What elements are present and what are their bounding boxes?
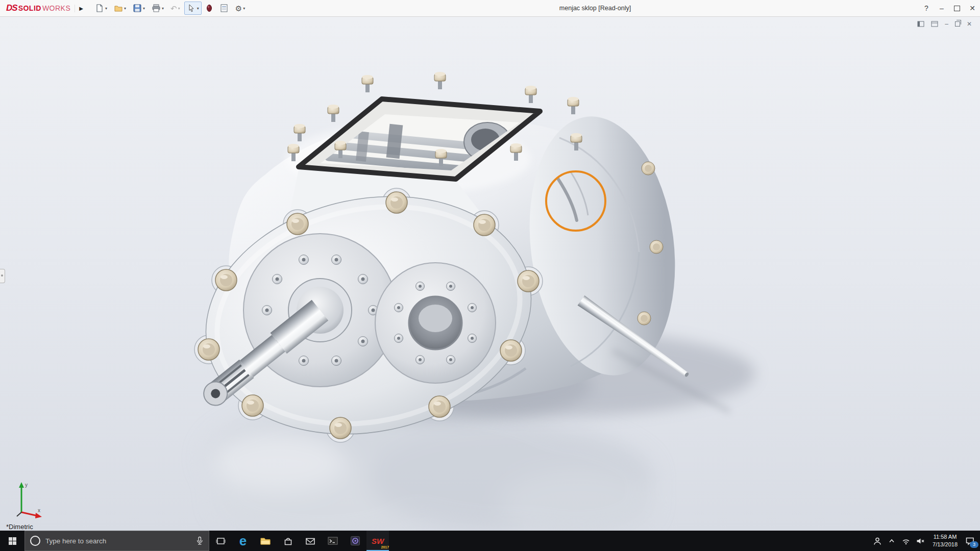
doc-restore-button[interactable] — [955, 21, 960, 27]
windows-logo-icon — [8, 537, 17, 545]
solidworks-taskbar-button[interactable]: SW2017 — [366, 531, 389, 551]
orientation-triad: y x — [8, 475, 45, 519]
doc-minimize-button[interactable]: – — [945, 20, 948, 28]
bore-inner-face — [419, 305, 452, 332]
dock-pane-icon[interactable] — [917, 21, 924, 27]
microphone-icon[interactable] — [195, 536, 204, 545]
store-button[interactable] — [277, 531, 299, 551]
mail-icon — [305, 537, 315, 545]
titlebar: DS SOLIDWORKS ▶ ▾ ▾ ▾ ▾ ↶ ▾ — [0, 0, 980, 17]
dropdown-caret[interactable]: ▾ — [197, 6, 199, 11]
cortana-icon — [30, 536, 40, 546]
console-button[interactable] — [322, 531, 344, 551]
select-tool-button[interactable]: ▾ — [184, 2, 202, 15]
console-icon — [328, 536, 338, 545]
action-center-button[interactable]: 3 — [965, 537, 975, 545]
logo-text-works: WORKS — [42, 4, 70, 12]
new-document-icon — [95, 4, 104, 13]
taskbar: Type here to search e — [0, 531, 980, 551]
task-view-icon — [216, 537, 226, 545]
dropdown-caret[interactable]: ▾ — [178, 6, 180, 11]
dropdown-caret[interactable]: ▾ — [105, 6, 107, 11]
sheet-icon — [219, 4, 229, 13]
minimize-button[interactable]: – — [934, 0, 949, 16]
edge-icon: e — [239, 534, 247, 547]
start-button[interactable] — [0, 531, 24, 551]
quick-access-toolbar: ▾ ▾ ▾ ▾ ↶ ▾ ▾ — [92, 2, 248, 15]
solidworks-app-icon: SW2017 — [372, 537, 384, 545]
solidworks-logo: DS SOLIDWORKS — [0, 3, 75, 13]
wifi-icon[interactable] — [901, 537, 911, 545]
volume-muted-icon[interactable] — [916, 537, 925, 545]
people-icon[interactable] — [873, 537, 882, 545]
appearance-icon — [206, 4, 213, 13]
open-button[interactable]: ▾ — [111, 2, 129, 15]
print-button[interactable]: ▾ — [149, 2, 166, 15]
gearbox-model[interactable] — [0, 16, 980, 531]
clock-time: 11:58 AM — [934, 533, 957, 541]
sheet-properties-button[interactable] — [217, 2, 231, 15]
dropdown-caret[interactable]: ▾ — [162, 6, 164, 11]
document-window-controls: – ✕ — [917, 20, 972, 28]
save-icon — [133, 4, 142, 13]
dropdown-caret[interactable]: ▾ — [143, 6, 145, 11]
taskbar-clock[interactable]: 11:58 AM 7/13/2018 — [930, 533, 960, 548]
options-button[interactable]: ⚙ ▾ — [233, 3, 248, 14]
edge-button[interactable]: e — [232, 531, 254, 551]
new-window-icon[interactable] — [931, 21, 938, 27]
task-view-button[interactable] — [209, 531, 232, 551]
print-icon — [152, 4, 161, 13]
ds-logo-mark: DS — [6, 3, 17, 13]
maximize-icon — [954, 6, 960, 11]
taskbar-search[interactable]: Type here to search — [24, 531, 209, 551]
dropdown-caret[interactable]: ▾ — [124, 6, 126, 11]
appearance-button[interactable] — [203, 2, 215, 15]
y-axis-label: y — [25, 482, 28, 488]
x-axis-arrow — [35, 513, 42, 518]
dropdown-caret[interactable]: ▾ — [243, 6, 245, 11]
store-icon — [283, 536, 293, 546]
menu-flyout-button[interactable]: ▶ — [75, 5, 87, 12]
view-orientation-label: *Dimetric — [6, 523, 33, 531]
rear-cover-bolt — [650, 240, 663, 254]
close-button[interactable]: ✕ — [965, 0, 980, 16]
select-cursor-icon — [187, 4, 196, 13]
file-explorer-button[interactable] — [254, 531, 277, 551]
rear-cover-bolt — [638, 312, 651, 325]
logo-text-solid: SOLID — [18, 4, 41, 12]
rear-cover-bolt — [642, 162, 655, 175]
open-folder-icon — [114, 4, 123, 13]
notification-badge: 3 — [970, 541, 978, 548]
y-axis-arrow — [19, 482, 24, 488]
chevron-up-icon[interactable] — [888, 537, 896, 544]
doc-close-button[interactable]: ✕ — [967, 20, 972, 28]
media-app-button[interactable] — [344, 531, 366, 551]
undo-icon: ↶ — [170, 5, 177, 12]
task-pane-handle[interactable] — [0, 269, 5, 283]
graphics-area[interactable]: – ✕ — [0, 16, 980, 531]
mail-button[interactable] — [299, 531, 322, 551]
clock-date: 7/13/2018 — [933, 541, 958, 548]
save-button[interactable]: ▾ — [130, 2, 148, 15]
maximize-button[interactable] — [949, 0, 965, 16]
window-controls: ? – ✕ — [919, 0, 980, 16]
document-title: menjac sklop [Read-only] — [559, 0, 631, 16]
options-gear-icon: ⚙ — [235, 5, 242, 12]
undo-button[interactable]: ↶ ▾ — [168, 3, 183, 14]
file-explorer-icon — [260, 536, 271, 545]
new-document-button[interactable]: ▾ — [92, 2, 110, 15]
system-tray: 11:58 AM 7/13/2018 3 — [870, 531, 980, 551]
x-axis-label: x — [38, 508, 40, 513]
media-app-icon — [350, 536, 360, 546]
help-button[interactable]: ? — [919, 0, 934, 16]
solidworks-window: DS SOLIDWORKS ▶ ▾ ▾ ▾ ▾ ↶ ▾ — [0, 0, 980, 551]
search-placeholder: Type here to search — [45, 537, 190, 545]
